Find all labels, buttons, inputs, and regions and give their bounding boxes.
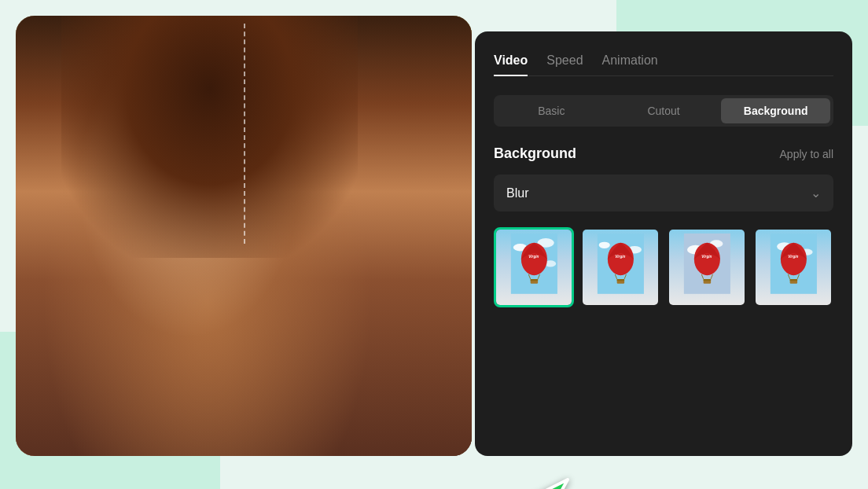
svg-text:Virgin: Virgin	[788, 255, 798, 259]
blur-dropdown[interactable]: Blur ⌄	[494, 175, 833, 211]
svg-rect-36	[789, 279, 796, 281]
thumbnail-item-2[interactable]: Virgin	[580, 227, 660, 307]
section-title: Background	[494, 145, 576, 162]
svg-rect-18	[616, 279, 623, 281]
thumbnail-bg-1: Virgin	[496, 230, 572, 305]
properties-panel: Video Speed Animation Basic Cutout Backg…	[475, 31, 852, 456]
sub-tab-basic[interactable]: Basic	[497, 98, 606, 123]
svg-text:Virgin: Virgin	[528, 255, 539, 259]
tab-speed[interactable]: Speed	[546, 53, 583, 75]
sub-tab-bar: Basic Cutout Background	[494, 95, 833, 127]
svg-text:Virgin: Virgin	[615, 255, 625, 259]
hair-overlay	[61, 16, 358, 258]
photo-placeholder	[16, 16, 472, 456]
thumbnail-bg-4: Virgin	[756, 230, 831, 305]
thumbnail-grid: Virgin	[494, 227, 833, 307]
dashed-line	[244, 24, 245, 244]
apply-all-button[interactable]: Apply to all	[780, 148, 833, 160]
svg-rect-9	[530, 279, 537, 281]
chevron-down-icon: ⌄	[811, 186, 821, 200]
svg-text:Virgin: Virgin	[701, 255, 712, 259]
app-root: Video Speed Animation Basic Cutout Backg…	[0, 0, 868, 489]
thumbnail-item-4[interactable]: Virgin	[753, 227, 833, 307]
sub-tab-cutout[interactable]: Cutout	[609, 98, 719, 123]
svg-rect-27	[703, 279, 710, 281]
thumbnail-bg-3: Virgin	[669, 230, 745, 305]
section-header: Background Apply to all	[494, 145, 833, 162]
thumbnail-item-1[interactable]: Virgin	[494, 227, 574, 307]
svg-point-11	[598, 241, 609, 248]
svg-marker-37	[533, 480, 568, 489]
tab-video[interactable]: Video	[494, 53, 528, 75]
tab-bar: Video Speed Animation	[494, 53, 833, 76]
thumbnail-bg-2: Virgin	[583, 230, 658, 305]
photo-container	[16, 16, 472, 456]
sub-tab-background[interactable]: Background	[721, 98, 830, 123]
thumbnail-item-3[interactable]: Virgin	[667, 227, 747, 307]
dropdown-value: Blur	[506, 186, 528, 200]
tab-animation[interactable]: Animation	[602, 53, 658, 75]
